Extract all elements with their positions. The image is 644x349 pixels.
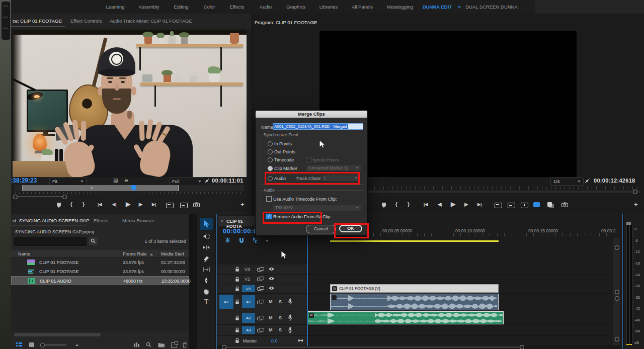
eye-icon[interactable] <box>268 267 275 271</box>
track-height-handle[interactable] <box>615 337 619 341</box>
slip-tool[interactable] <box>203 267 210 272</box>
export-frame-icon[interactable] <box>193 202 200 207</box>
track-height-handle[interactable] <box>615 245 619 250</box>
project-panel-menu-icon[interactable]: ≡ <box>82 218 85 223</box>
automate-to-sequence-button[interactable] <box>134 342 140 347</box>
add-marker-icon[interactable] <box>381 202 386 208</box>
use-audio-timecode-checkbox[interactable] <box>266 196 272 202</box>
goto-out-button[interactable]: ▶| <box>152 202 156 207</box>
workspace-tab-dunna-edit[interactable]: DUNNA EDIT <box>423 4 452 10</box>
ignore-hours-checkbox[interactable] <box>306 157 311 162</box>
hand-tool[interactable] <box>203 288 209 295</box>
mic-icon[interactable] <box>288 314 293 321</box>
workspace-tab-graphics[interactable]: Graphics <box>286 4 305 10</box>
lock-icon[interactable] <box>235 286 239 292</box>
list-header[interactable]: Name Frame Rate Media Start <box>11 250 189 258</box>
column-media-start[interactable]: Media Start <box>161 251 184 256</box>
eye-icon[interactable] <box>268 277 275 281</box>
goto-in-button[interactable]: |◀ <box>98 202 102 207</box>
ripple-edit-tool[interactable] <box>203 245 210 250</box>
table-row[interactable]: CLIP 01 FOOTAGE 23.976 fps 00:00:00:00 <box>11 267 189 276</box>
cancel-button[interactable]: Cancel <box>306 225 336 233</box>
program-timecode[interactable]: 00:00:12:42618 <box>594 178 635 184</box>
table-row[interactable]: CLIP 01 FOOTAGE 23.976 fps 01:37:33:08 <box>11 258 189 267</box>
razor-tool[interactable] <box>203 255 209 261</box>
master-track-label[interactable]: Master <box>243 338 257 343</box>
timecode-label[interactable]: Timecode <box>274 157 294 162</box>
zoom-handle[interactable] <box>520 345 524 349</box>
dialog-titlebar[interactable]: Merge Clips <box>256 111 367 118</box>
table-row-selected[interactable]: CLIP 01 AUDIO 48000 Hz 23:35:06.0000 <box>11 276 189 285</box>
add-marker-icon[interactable] <box>56 202 61 208</box>
timeline-timecode[interactable]: 00:00:00:0 <box>223 227 258 235</box>
track-label-v3[interactable]: V3 <box>245 267 250 272</box>
radio-in-points[interactable] <box>268 141 273 146</box>
nest-insert-icon[interactable] <box>225 237 230 243</box>
column-divider[interactable] <box>120 250 120 257</box>
timeline-settings-icon[interactable]: ⌒ <box>277 236 283 243</box>
source-zoom-select[interactable]: Fit <box>49 178 87 186</box>
lock-icon[interactable] <box>235 267 239 272</box>
wav-select[interactable]: T98.WAV <box>273 204 361 211</box>
mic-icon[interactable] <box>288 327 293 333</box>
timeline-tab[interactable]: × CLIP 01 FOOTA <box>218 216 260 226</box>
workspace-menu-icon[interactable]: ≡ <box>458 4 461 10</box>
zoom-handle[interactable] <box>222 345 226 349</box>
marker-menu-chevron-icon[interactable] <box>266 240 269 242</box>
tab-effect-controls[interactable]: Effect Controls <box>70 18 102 24</box>
trash-button[interactable] <box>182 342 187 348</box>
eye-icon[interactable] <box>268 286 275 290</box>
type-tool[interactable]: T <box>204 298 209 306</box>
selection-tool[interactable] <box>203 220 210 228</box>
source-toggle-icon[interactable] <box>257 316 264 320</box>
mark-in-button[interactable]: { <box>395 202 397 207</box>
project-file-name[interactable]: SYNCING AUDIO SCREEN CAP.prproj <box>15 229 94 234</box>
column-name[interactable]: Name <box>18 251 30 256</box>
radio-timecode[interactable] <box>268 157 273 162</box>
source-toggle-icon[interactable] <box>257 286 264 291</box>
tab-source-clip[interactable]: ce: CLIP 01 FOOTAGE <box>13 18 62 24</box>
use-audio-timecode-label[interactable]: Use Audio Timecode From Clip: <box>273 197 337 202</box>
mark-out-button[interactable]: } <box>408 202 410 207</box>
solo-button[interactable]: S <box>279 327 282 332</box>
tab-project-bin[interactable]: ct: SYNCING AUDIO SCREEN CAP <box>13 218 90 223</box>
sort-button[interactable] <box>75 344 78 346</box>
track-target-v1[interactable]: V1 <box>242 285 255 292</box>
wrench-icon[interactable] <box>204 178 210 184</box>
workspace-tab-metalogging[interactable]: Metalogging <box>387 4 413 10</box>
goto-in-button[interactable]: |◀ <box>424 202 428 207</box>
step-back-button[interactable]: ◀| <box>438 202 442 207</box>
solo-button[interactable]: S <box>279 315 282 320</box>
source-resolution-select[interactable]: Full <box>169 178 204 186</box>
solo-button[interactable]: S <box>279 299 282 304</box>
new-item-button[interactable] <box>171 342 177 348</box>
tab-effects[interactable]: Effects <box>94 218 108 223</box>
mix-icon[interactable]: ▶◀ <box>298 338 302 342</box>
mark-out-button[interactable]: } <box>83 202 85 207</box>
playhead-line[interactable] <box>307 229 308 346</box>
button-editor-plus[interactable]: + <box>240 201 245 208</box>
column-divider[interactable] <box>158 250 158 257</box>
clip-a1[interactable] <box>330 294 499 310</box>
workspace-tab-dual-screen[interactable]: DUAL SCREEN DUNNA <box>465 4 518 10</box>
radio-clip-marker[interactable] <box>268 166 273 171</box>
master-gain-value[interactable]: 0.0 <box>271 338 278 343</box>
track-label-v2[interactable]: V2 <box>245 277 250 282</box>
workspace-tab-all-panels[interactable]: All Panels <box>352 4 373 10</box>
track-target-a3[interactable]: A3 <box>242 326 255 334</box>
pen-tool[interactable] <box>204 277 209 284</box>
button-editor-plus[interactable]: + <box>634 201 638 208</box>
track-target-a1[interactable]: A1 <box>242 295 255 308</box>
lift-button[interactable] <box>495 203 502 208</box>
wrench-icon[interactable] <box>585 178 590 184</box>
column-frame-rate[interactable]: Frame Rate <box>123 251 147 256</box>
mic-icon[interactable] <box>288 298 293 305</box>
lock-icon[interactable] <box>235 299 239 305</box>
mute-button[interactable]: M <box>269 327 273 332</box>
mark-in-button[interactable]: { <box>70 202 72 207</box>
source-toggle-icon[interactable] <box>257 267 264 272</box>
close-icon[interactable]: × <box>221 218 223 223</box>
goto-out-button[interactable]: ▶| <box>477 202 481 207</box>
lock-icon[interactable] <box>235 327 239 333</box>
play-button[interactable]: ▶ <box>451 201 455 208</box>
